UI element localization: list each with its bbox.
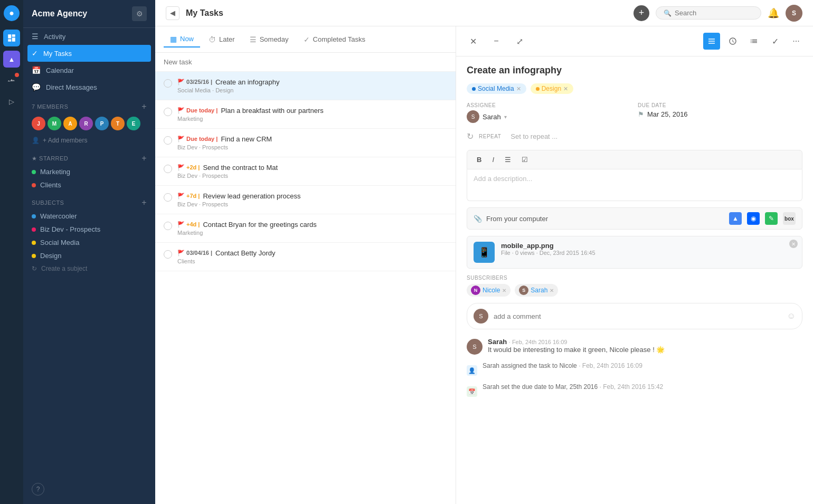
- box-button[interactable]: box: [783, 212, 796, 225]
- subject-bizdev[interactable]: Biz Dev - Prospects: [23, 223, 155, 236]
- attach-from-computer[interactable]: 📎 From your computer: [474, 215, 548, 223]
- direct-messages-label: Direct Messages: [46, 83, 97, 91]
- comment-author: Sarah: [488, 338, 507, 346]
- description-editor[interactable]: Add a description...: [467, 169, 802, 201]
- activity-item-assign: 👤 Sarah assigned the task to Nicole · Fe…: [467, 362, 802, 376]
- task-meta-4: Biz Dev · Prospects: [177, 173, 447, 179]
- close-button[interactable]: ✕: [465, 33, 481, 50]
- tab-someday[interactable]: ☰ Someday: [243, 32, 295, 47]
- list-bullet-button[interactable]: ☰: [502, 155, 514, 165]
- task-checkbox-5[interactable]: [164, 193, 172, 202]
- member-avatar-2[interactable]: M: [48, 117, 61, 130]
- expand-button[interactable]: ⤢: [511, 33, 528, 50]
- minimize-button[interactable]: −: [488, 33, 505, 50]
- subject-social-media[interactable]: Social Media: [23, 236, 155, 249]
- task-item[interactable]: 🚩 +7d | Review lead generation process B…: [155, 186, 456, 214]
- bold-button[interactable]: B: [474, 155, 485, 165]
- subscribers-label: SUBSCRIBERS: [467, 275, 802, 281]
- task-checkbox-7[interactable]: [164, 250, 172, 259]
- task-item[interactable]: 🚩 +4d | Contact Bryan for the greetings …: [155, 214, 456, 243]
- tab-now[interactable]: ▦ Now: [164, 32, 200, 47]
- google-drive-button[interactable]: ▲: [729, 212, 742, 225]
- check-button[interactable]: ✓: [767, 33, 783, 50]
- task-checkbox-2[interactable]: [164, 108, 172, 116]
- dropbox-button[interactable]: ◉: [747, 212, 760, 225]
- subscriber-sarah: S Sarah ✕: [515, 284, 558, 297]
- due-date-value[interactable]: ⚑ Mar 25, 2016: [638, 110, 802, 118]
- comment-input[interactable]: [494, 312, 782, 320]
- member-avatar-4[interactable]: R: [79, 117, 93, 130]
- remove-file-button[interactable]: ✕: [789, 240, 798, 248]
- task-detail-title: Create an infography: [467, 65, 802, 76]
- tab-later[interactable]: ⏱ Later: [202, 32, 241, 47]
- back-button[interactable]: ◀: [166, 6, 179, 20]
- rail-home-icon[interactable]: [3, 30, 20, 46]
- repeat-value[interactable]: Set to repeat ...: [511, 132, 557, 140]
- list-button[interactable]: [745, 33, 762, 50]
- member-avatar-5[interactable]: P: [95, 117, 109, 130]
- task-meta-7: Clients: [177, 258, 447, 264]
- task-item[interactable]: 🚩 Due today | Plan a breakfast with our …: [155, 100, 456, 129]
- member-avatar-3[interactable]: A: [63, 117, 77, 130]
- clock-button[interactable]: [724, 33, 741, 50]
- sidebar: Acme Agency ⚙ ☰ Activity ✓ My Tasks 📅 Ca…: [23, 0, 155, 504]
- italic-button[interactable]: I: [489, 155, 497, 165]
- task-item[interactable]: 🚩 03/04/16 | Contact Betty Jordy Clients: [155, 243, 456, 271]
- detail-panel: ✕ − ⤢ ✓ ···: [456, 26, 813, 504]
- members-row: J M A R P T E: [23, 113, 155, 134]
- sidebar-item-activity[interactable]: ☰ Activity: [23, 28, 155, 45]
- task-item[interactable]: 🚩 Due today | Find a new CRM Biz Dev · P…: [155, 129, 456, 157]
- assignee-value[interactable]: S Sarah ▾: [467, 110, 631, 123]
- task-item[interactable]: 🚩 +2d | Send the contract to Mat Biz Dev…: [155, 157, 456, 186]
- task-checkbox-1[interactable]: [164, 79, 172, 88]
- add-task-button[interactable]: +: [634, 5, 649, 21]
- subject-design[interactable]: Design: [23, 249, 155, 262]
- search-input[interactable]: [675, 9, 753, 17]
- add-subject-button[interactable]: +: [141, 198, 147, 207]
- member-avatar-1[interactable]: J: [32, 117, 45, 130]
- view-detail-button[interactable]: [703, 33, 720, 50]
- remove-social-media-tag[interactable]: ✕: [516, 85, 521, 92]
- task-checkbox-6[interactable]: [164, 222, 172, 230]
- rail-wave-icon[interactable]: [3, 72, 20, 89]
- sidebar-item-direct-messages[interactable]: 💬 Direct Messages: [23, 79, 155, 96]
- nicole-name: Nicole: [483, 287, 500, 294]
- social-dot: [32, 241, 36, 245]
- task-item[interactable]: 🚩 03/25/16 | Create an infography Social…: [155, 72, 456, 100]
- activity-label: Activity: [44, 33, 65, 41]
- emoji-button[interactable]: ☺: [787, 311, 796, 321]
- member-avatar-6[interactable]: T: [111, 117, 125, 130]
- bell-icon[interactable]: 🔔: [768, 7, 779, 19]
- more-options-button[interactable]: ···: [788, 33, 805, 50]
- bizdev-dot: [32, 227, 36, 232]
- remove-design-tag[interactable]: ✕: [563, 85, 568, 92]
- task-checkbox-4[interactable]: [164, 165, 172, 173]
- task-checkbox-3[interactable]: [164, 136, 172, 145]
- add-starred-button[interactable]: +: [141, 154, 147, 163]
- new-task-input[interactable]: [164, 58, 447, 66]
- tag-design[interactable]: Design ✕: [531, 83, 573, 94]
- assign-icon: 👤: [467, 365, 477, 376]
- member-avatar-7[interactable]: E: [127, 117, 140, 130]
- app-logo[interactable]: ●: [4, 5, 20, 21]
- subject-watercooler[interactable]: Watercooler: [23, 210, 155, 223]
- create-subject-button[interactable]: ↻ Create a subject: [23, 262, 155, 275]
- evernote-button[interactable]: ✎: [765, 212, 778, 225]
- help-button[interactable]: ?: [32, 483, 44, 496]
- add-member-button[interactable]: +: [141, 102, 147, 111]
- add-members-button[interactable]: 👤 + Add members: [23, 134, 155, 147]
- settings-icon[interactable]: ⚙: [132, 6, 147, 21]
- starred-clients[interactable]: Clients: [23, 178, 155, 192]
- tab-completed[interactable]: ✓ Completed Tasks: [297, 32, 372, 47]
- sidebar-item-my-tasks[interactable]: ✓ My Tasks: [27, 45, 151, 62]
- remove-sarah-button[interactable]: ✕: [550, 288, 554, 293]
- list-check-button[interactable]: ☑: [518, 155, 531, 165]
- task-title-1: 🚩 03/25/16 | Create an infography: [177, 78, 447, 86]
- tag-social-media[interactable]: Social Media ✕: [467, 83, 526, 94]
- sidebar-item-calendar[interactable]: 📅 Calendar: [23, 62, 155, 79]
- rail-arrow-icon[interactable]: ▷: [3, 93, 20, 110]
- starred-marketing[interactable]: Marketing: [23, 165, 155, 178]
- user-avatar[interactable]: S: [786, 5, 802, 22]
- rail-triangle-icon[interactable]: ▲: [3, 51, 20, 68]
- remove-nicole-button[interactable]: ✕: [502, 288, 506, 293]
